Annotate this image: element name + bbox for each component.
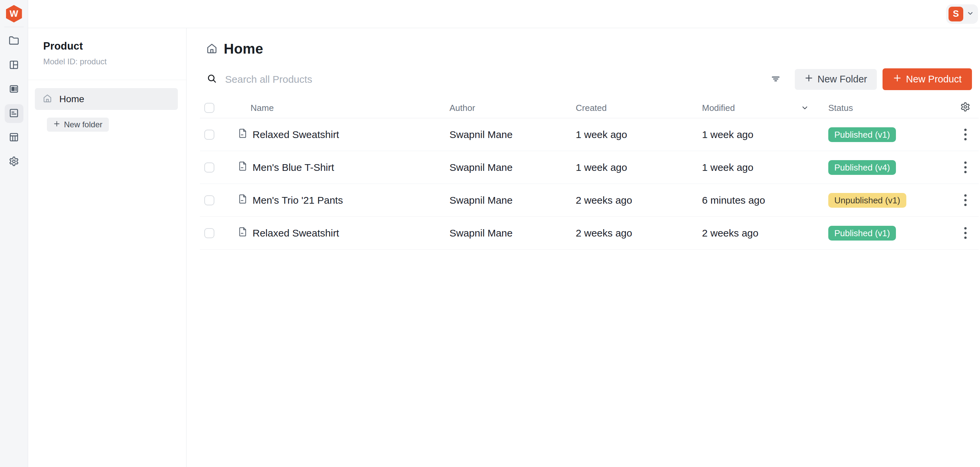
table-row[interactable]: Relaxed Sweatshirt Swapnil Mane 1 week a… — [200, 118, 978, 151]
row-checkbox[interactable] — [204, 163, 214, 172]
search-box — [207, 74, 771, 85]
layout-icon — [9, 60, 19, 71]
status-badge: Published (v1) — [828, 226, 896, 241]
table-row[interactable]: Men's Trio '21 Pants Swapnil Mane 2 week… — [200, 184, 978, 217]
rail-item-structures[interactable] — [5, 128, 24, 147]
status-badge: Unpublished (v1) — [828, 193, 906, 208]
entry-name[interactable]: Relaxed Sweatshirt — [253, 228, 339, 239]
avatar: S — [948, 7, 963, 21]
gear-icon — [960, 102, 970, 114]
entry-modified: 6 minutes ago — [702, 194, 828, 206]
folder-icon — [9, 35, 19, 47]
document-icon — [238, 227, 247, 239]
entry-author: Swapnil Mane — [449, 162, 576, 173]
table-icon — [9, 132, 19, 144]
row-menu-button[interactable] — [962, 127, 969, 142]
main-content: Home New Folder New Product Name — [186, 28, 980, 467]
rail-item-file-manager[interactable] — [5, 32, 24, 51]
row-menu-button[interactable] — [962, 159, 969, 175]
sidebar-item-home[interactable]: Home — [35, 88, 178, 110]
plus-icon — [893, 74, 902, 85]
entry-name[interactable]: Men's Blue T-Shirt — [253, 162, 334, 173]
app-window: W S Product — [0, 0, 980, 467]
app-rail: W — [0, 0, 28, 467]
table-row[interactable]: Men's Blue T-Shirt Swapnil Mane 1 week a… — [200, 151, 978, 184]
entry-created: 1 week ago — [576, 162, 702, 173]
row-menu-button[interactable] — [962, 225, 969, 241]
model-title: Product — [43, 40, 176, 52]
home-icon — [206, 43, 217, 55]
new-product-button[interactable]: New Product — [883, 69, 972, 90]
entry-name[interactable]: Men's Trio '21 Pants — [253, 194, 343, 206]
new-product-button-label: New Product — [906, 74, 962, 85]
row-menu-button[interactable] — [962, 192, 969, 208]
table-settings-button[interactable] — [952, 102, 978, 114]
row-checkbox[interactable] — [204, 130, 214, 140]
settings-icon — [9, 156, 19, 168]
column-header-name[interactable]: Name — [238, 103, 449, 113]
document-icon — [238, 194, 247, 206]
entry-created: 2 weeks ago — [576, 194, 702, 206]
home-icon — [43, 94, 52, 104]
sidebar-new-folder-button[interactable]: New folder — [47, 118, 109, 132]
rail-item-page-builder[interactable] — [5, 56, 24, 75]
model-sidebar: Product Model ID: product Home New folde… — [28, 28, 186, 467]
new-folder-label: New folder — [64, 120, 102, 129]
filter-icon — [771, 74, 781, 85]
entry-modified: 2 weeks ago — [702, 228, 828, 239]
top-bar: S — [28, 0, 980, 28]
row-checkbox[interactable] — [204, 195, 214, 206]
toolbar: New Folder New Product — [207, 69, 972, 90]
user-menu[interactable]: S — [946, 4, 978, 24]
column-header-created[interactable]: Created — [576, 103, 702, 113]
column-header-modified[interactable]: Modified — [702, 103, 828, 113]
chevron-down-icon — [967, 10, 974, 18]
entry-modified: 1 week ago — [702, 162, 828, 173]
entry-name[interactable]: Relaxed Sweatshirt — [253, 129, 339, 140]
table-header-row: Name Author Created Modified Status — [200, 98, 978, 118]
search-icon — [207, 74, 217, 85]
table-row[interactable]: Relaxed Sweatshirt Swapnil Mane 2 weeks … — [200, 217, 978, 250]
webiny-logo[interactable]: W — [6, 5, 22, 22]
content-entries-icon — [9, 108, 19, 120]
model-id: Model ID: product — [43, 57, 176, 66]
row-checkbox[interactable] — [204, 228, 214, 238]
entry-created: 2 weeks ago — [576, 228, 702, 239]
entries-table: Name Author Created Modified Status Rela… — [200, 98, 978, 250]
column-header-status: Status — [828, 103, 952, 113]
status-badge: Published (v4) — [828, 160, 896, 175]
model-header: Product Model ID: product — [28, 28, 186, 80]
entry-created: 1 week ago — [576, 129, 702, 140]
logo-letter: W — [10, 9, 18, 19]
entry-author: Swapnil Mane — [449, 129, 576, 140]
status-badge: Published (v1) — [828, 127, 896, 142]
rail-item-content-entries[interactable] — [5, 104, 24, 123]
page-blocks-icon — [9, 84, 19, 96]
column-header-author[interactable]: Author — [449, 103, 576, 113]
new-folder-button[interactable]: New Folder — [795, 69, 877, 90]
search-input[interactable] — [225, 74, 771, 85]
rail-item-page-blocks[interactable] — [5, 80, 24, 99]
document-icon — [238, 161, 247, 174]
rail-divider — [4, 27, 24, 27]
avatar-initial: S — [953, 9, 959, 19]
filter-button[interactable] — [771, 74, 781, 85]
plus-icon — [805, 74, 813, 85]
select-all-checkbox[interactable] — [204, 103, 214, 113]
page-title: Home — [224, 41, 263, 57]
rail-item-settings[interactable] — [5, 152, 24, 171]
entry-author: Swapnil Mane — [449, 228, 576, 239]
plus-icon — [53, 120, 60, 129]
document-icon — [238, 128, 247, 141]
entry-modified: 1 week ago — [702, 129, 828, 140]
sort-chevron-down-icon[interactable] — [801, 104, 809, 112]
entry-author: Swapnil Mane — [449, 194, 576, 206]
page-header: Home — [206, 41, 980, 57]
new-folder-button-label: New Folder — [818, 74, 867, 85]
sidebar-item-label: Home — [59, 94, 84, 105]
